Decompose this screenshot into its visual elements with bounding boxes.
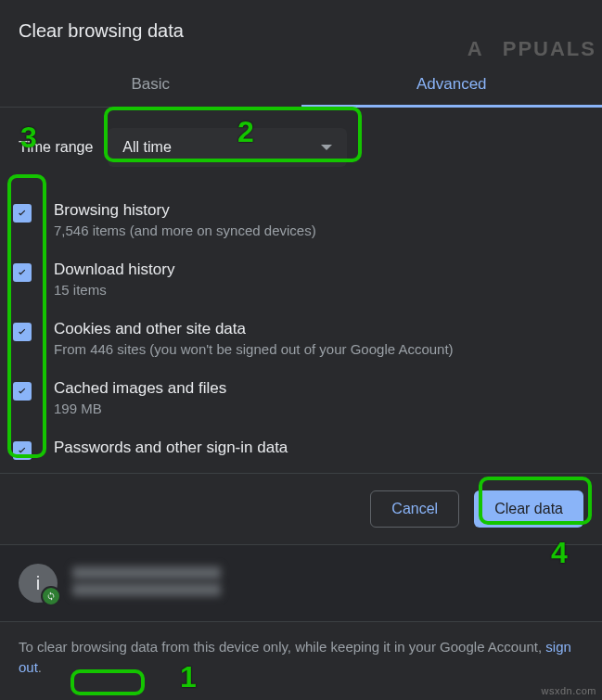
- checkbox-download-history[interactable]: [13, 263, 32, 282]
- account-section: i: [0, 544, 602, 622]
- footer-pre: To clear browsing data from this device …: [19, 639, 545, 655]
- option-cookies[interactable]: Cookies and other site data From 446 sit…: [0, 310, 602, 369]
- checkbox-cookies[interactable]: [13, 323, 32, 341]
- time-range-label: Time range: [19, 139, 93, 156]
- clear-data-button[interactable]: Clear data: [474, 490, 583, 528]
- checkbox-passwords[interactable]: [13, 441, 32, 460]
- chevron-down-icon: [321, 145, 332, 150]
- clear-browsing-data-dialog: Clear browsing data Basic Advanced Time …: [0, 0, 602, 700]
- option-title: Passwords and other sign-in data: [54, 438, 288, 458]
- footer-post: .: [38, 659, 42, 675]
- option-download-history[interactable]: Download history 15 items: [0, 250, 602, 310]
- option-title: Browsing history: [54, 200, 316, 221]
- avatar: i: [19, 564, 58, 603]
- time-range-row: Time range All time: [19, 128, 583, 167]
- checkbox-browsing-history[interactable]: [13, 204, 32, 223]
- option-cache[interactable]: Cached images and files 199 MB: [0, 369, 602, 428]
- time-range-dropdown[interactable]: All time: [108, 128, 347, 167]
- option-title: Cookies and other site data: [54, 319, 454, 339]
- tab-advanced[interactable]: Advanced: [301, 62, 603, 107]
- option-title: Download history: [54, 260, 174, 280]
- checkbox-cache[interactable]: [13, 382, 32, 401]
- avatar-initial: i: [36, 573, 40, 594]
- option-subtitle: 15 items: [54, 280, 174, 300]
- watermark-logo: AA pualsPPUALS: [468, 37, 596, 61]
- option-passwords[interactable]: Passwords and other sign-in data: [0, 428, 602, 469]
- cancel-button[interactable]: Cancel: [370, 490, 459, 528]
- sync-badge-icon: [41, 586, 61, 606]
- tab-basic[interactable]: Basic: [0, 62, 301, 107]
- account-email-blurred: [72, 583, 221, 596]
- option-subtitle: 199 MB: [54, 399, 226, 419]
- option-subtitle: 7,546 items (and more on synced devices): [54, 221, 316, 241]
- dialog-footer-buttons: Cancel Clear data: [0, 473, 602, 544]
- option-subtitle: From 446 sites (you won't be signed out …: [54, 339, 454, 360]
- dialog-title: Clear browsing data: [0, 0, 602, 42]
- option-browsing-history[interactable]: Browsing history 7,546 items (and more o…: [0, 191, 602, 250]
- watermark-site: wsxdn.com: [541, 685, 596, 696]
- time-range-value: All time: [122, 139, 171, 156]
- option-title: Cached images and files: [54, 378, 226, 399]
- options-list: Browsing history 7,546 items (and more o…: [0, 191, 602, 469]
- tabs: Basic Advanced: [0, 62, 602, 108]
- footer-info-text: To clear browsing data from this device …: [0, 622, 602, 693]
- account-name-blurred: [72, 566, 221, 579]
